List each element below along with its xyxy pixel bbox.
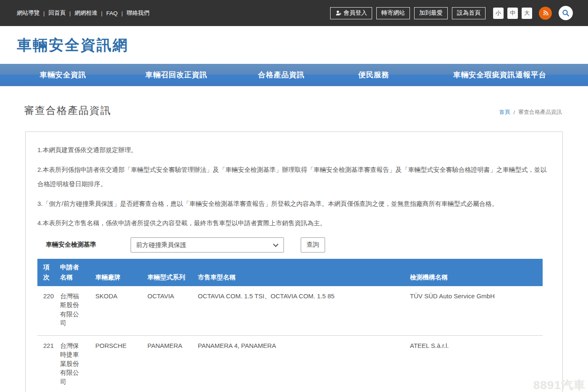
- cell-models: OCTAVIA COM. 1.5 TSI、OCTAVIA COM. 1.5 85: [192, 286, 404, 336]
- content-box: 1.本網頁建置係依交通部規定辦理。 2.本表所列係指申請者依交通部「車輛型式安全…: [25, 132, 563, 392]
- utility-actions: 會員登入 轉寄網站 加到最愛 設為首頁 小 中 大: [330, 6, 573, 20]
- nav-qualified-products[interactable]: 合格產品資訊: [227, 64, 336, 85]
- site-title[interactable]: 車輛安全資訊網: [17, 35, 129, 55]
- cell-agency: TÜV SÜD Auto Service GmbH: [404, 286, 543, 336]
- rss-icon[interactable]: [539, 7, 552, 20]
- cell-agency: ATEEL S.à.r.l.: [404, 335, 543, 392]
- standard-select-wrap: 前方碰撞乘員保護: [131, 237, 284, 253]
- table-header-row: 項次 申請者名稱 車輛廠牌 車輛型式系列 市售車型名稱 檢測機構名稱: [37, 259, 543, 286]
- nav-convenience-services[interactable]: 便民服務: [336, 64, 412, 85]
- breadcrumb-home[interactable]: 首頁: [499, 108, 510, 116]
- cell-applicant: 台灣福斯股份有限公司: [56, 286, 89, 336]
- link-home[interactable]: 回首頁: [49, 9, 66, 17]
- col-applicant: 申請者名稱: [56, 259, 89, 286]
- font-small-icon[interactable]: 小: [493, 8, 504, 19]
- standard-select[interactable]: 前方碰撞乘員保護: [131, 237, 284, 253]
- nav-defect-report-platform[interactable]: 車輛安全瑕疵資訊通報平台: [412, 64, 588, 85]
- link-separator: |: [69, 10, 71, 16]
- col-series: 車輛型式系列: [142, 259, 192, 286]
- cell-series: OCTAVIA: [142, 286, 192, 336]
- col-agency: 檢測機構名稱: [404, 259, 543, 286]
- note-4: 4.本表所列之市售名稱，係依申請者所提供之內容登載，最終市售車型以申請者實際上市…: [37, 216, 550, 231]
- member-login-label: 會員登入: [344, 9, 367, 17]
- col-index: 項次: [37, 259, 56, 286]
- cell-index: 220: [37, 286, 56, 336]
- set-homepage-button[interactable]: 設為首頁: [452, 7, 486, 19]
- notes: 1.本網頁建置係依交通部規定辦理。 2.本表所列係指申請者依交通部「車輛型式安全…: [37, 143, 550, 231]
- link-separator: |: [43, 10, 45, 16]
- breadcrumb-current: 審查合格產品資訊: [518, 108, 562, 116]
- cell-index: 221: [37, 335, 56, 392]
- top-utility-bar: 網站導覽 | 回首頁 | 網網相連 | FAQ | 聯絡我們 會員登入 轉寄網站…: [0, 0, 588, 26]
- filter-row: 車輛安全檢測基準 前方碰撞乘員保護 查詢: [46, 237, 550, 253]
- nav-vehicle-safety-info[interactable]: 車輛安全資訊: [0, 64, 126, 85]
- forward-site-button[interactable]: 轉寄網站: [376, 7, 410, 19]
- page-head: 審查合格產品資訊 首頁 / 審查合格產品資訊: [24, 104, 562, 117]
- main-nav: 車輛安全資訊 車輛召回改正資訊 合格產品資訊 便民服務 車輛安全瑕疵資訊通報平台: [0, 64, 588, 86]
- col-brand: 車輛廠牌: [89, 259, 142, 286]
- page-title: 審查合格產品資訊: [24, 104, 111, 117]
- member-login-button[interactable]: 會員登入: [330, 7, 372, 19]
- font-large-icon[interactable]: 大: [522, 8, 532, 19]
- cell-brand: PORSCHE: [89, 335, 142, 392]
- results-table: 項次 申請者名稱 車輛廠牌 車輛型式系列 市售車型名稱 檢測機構名稱 220 台…: [37, 259, 543, 392]
- note-2: 2.本表所列係指申請者依交通部「車輛型式安全審驗管理辦法」及「車輛安全檢測基準」…: [37, 163, 550, 192]
- link-separator: |: [101, 10, 103, 16]
- font-medium-icon[interactable]: 中: [507, 8, 518, 19]
- font-size-controls: 小 中 大: [493, 8, 532, 19]
- site-header: 車輛安全資訊網: [0, 26, 588, 64]
- table-row: 221 台灣保時捷車業股份有限公司 PORSCHE PANAMERA PANAM…: [37, 335, 543, 392]
- note-1: 1.本網頁建置係依交通部規定辦理。: [37, 143, 550, 158]
- search-icon[interactable]: [559, 6, 573, 20]
- col-models: 市售車型名稱: [192, 259, 404, 286]
- query-button[interactable]: 查詢: [301, 237, 325, 253]
- cell-series: PANAMERA: [142, 335, 192, 392]
- table-row: 220 台灣福斯股份有限公司 SKODA OCTAVIA OCTAVIA COM…: [37, 286, 543, 336]
- member-icon: [335, 10, 342, 16]
- standard-select-label: 車輛安全檢測基準: [46, 241, 131, 249]
- link-sitemap[interactable]: 網站導覽: [17, 9, 39, 17]
- cell-applicant: 台灣保時捷車業股份有限公司: [56, 335, 89, 392]
- breadcrumb-separator: /: [513, 109, 515, 116]
- utility-links: 網站導覽 | 回首頁 | 網網相連 | FAQ | 聯絡我們: [17, 9, 150, 17]
- link-contact[interactable]: 聯絡我們: [127, 9, 150, 17]
- nav-recall-info[interactable]: 車輛召回改正資訊: [126, 64, 227, 85]
- cell-brand: SKODA: [89, 286, 142, 336]
- link-faq[interactable]: FAQ: [106, 10, 118, 16]
- link-separator: |: [121, 10, 123, 16]
- breadcrumb: 首頁 / 審查合格產品資訊: [499, 108, 562, 117]
- add-favorite-button[interactable]: 加到最愛: [414, 7, 448, 19]
- note-3: 3.「側方/前方碰撞乘員保護」是否經審查合格，應以「車輛安全檢測基準審查報告」所…: [37, 197, 550, 211]
- cell-models: PANAMERA 4, PANAMERA: [192, 335, 404, 392]
- link-related-sites[interactable]: 網網相連: [75, 9, 97, 17]
